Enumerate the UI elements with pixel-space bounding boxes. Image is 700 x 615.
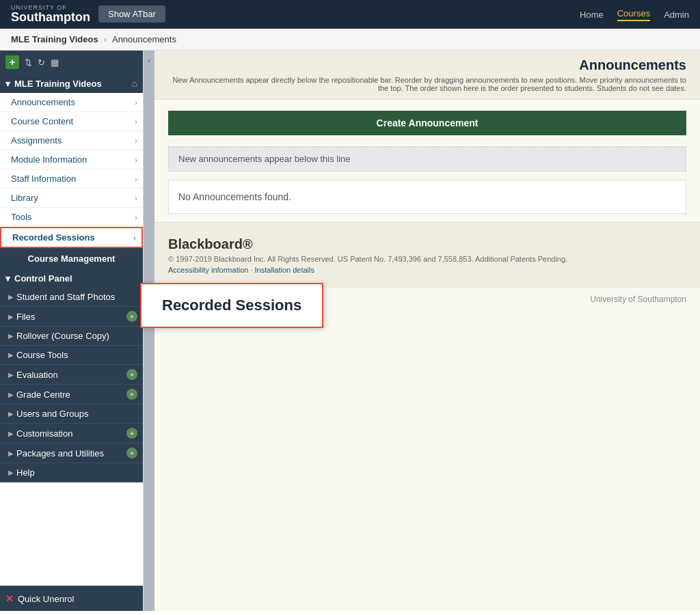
cp-item-packages[interactable]: ▶ Packages and Utilities + [0, 443, 143, 463]
footer-separator: · [250, 266, 252, 274]
nav-courses[interactable]: Courses [617, 8, 650, 21]
chevron-icon: › [135, 118, 137, 126]
blackboard-logo: Blackboard® [168, 236, 686, 252]
arrow-right-icon: ▶ [8, 351, 14, 359]
breadcrumb-page: Announcements [112, 34, 176, 44]
sidebar-toolbar: + ⇅ ↻ ▦ [0, 51, 143, 74]
quick-unenrol-label: Quick Unenrol [18, 594, 74, 604]
nav-left: UNIVERSITY OF Southampton Show ATbar [11, 4, 165, 25]
breadcrumb: MLE Training Videos › Announcements [0, 29, 700, 51]
announcements-line-text: New announcements appear below this line [178, 154, 351, 164]
chevron-icon: › [135, 137, 137, 145]
reorder-icon[interactable]: ⇅ [25, 57, 32, 68]
home-icon: ⌂ [132, 78, 137, 89]
sidebar-item-announcements[interactable]: Announcements › [0, 93, 143, 112]
plus-circle-icon: + [126, 448, 137, 459]
sidebar-item-staff-information[interactable]: Staff Information › [0, 169, 143, 189]
sidebar-item-module-information[interactable]: Module Information › [0, 150, 143, 169]
cp-item-evaluation[interactable]: ▶ Evaluation + [0, 365, 143, 385]
layout-icon[interactable]: ▦ [51, 57, 59, 68]
x-icon: ✕ [5, 593, 14, 604]
cp-item-student-photos[interactable]: ▶ Student and Staff Photos [0, 288, 143, 307]
cp-item-help[interactable]: ▶ Help [0, 463, 143, 482]
content-area: Announcements New Announcements appear d… [154, 51, 700, 611]
chevron-icon: › [135, 194, 137, 202]
cp-item-course-tools[interactable]: ▶ Course Tools [0, 346, 143, 365]
accessibility-link[interactable]: Accessibility information [168, 266, 248, 274]
arrow-right-icon: ▶ [8, 391, 14, 398]
arrow-right-icon: ▶ [8, 332, 14, 340]
course-section-header[interactable]: ▾ MLE Training Videos ⌂ [0, 74, 143, 93]
nav-admin[interactable]: Admin [664, 10, 689, 20]
arrow-right-icon: ▶ [8, 450, 14, 457]
sidebar: + ⇅ ↻ ▦ ▾ MLE Training Videos ⌂ Announce… [0, 51, 144, 611]
atbar-button[interactable]: Show ATbar [98, 5, 165, 23]
page-description: New Announcements appear directly below … [168, 76, 686, 92]
page-title: Announcements [168, 57, 686, 73]
nav-home[interactable]: Home [580, 10, 604, 20]
course-management-header: Course Management [0, 248, 143, 269]
sidebar-item-course-content[interactable]: Course Content › [0, 112, 143, 131]
arrow-right-icon: ▶ [8, 430, 14, 437]
cp-item-grade-centre[interactable]: ▶ Grade Centre + [0, 385, 143, 405]
logo-text: Southampton [11, 11, 90, 25]
cp-item-users-groups[interactable]: ▶ Users and Groups [0, 405, 143, 424]
sidebar-item-assignments[interactable]: Assignments › [0, 131, 143, 150]
recorded-sessions-popup-text: Recorded Sessions [162, 297, 301, 314]
no-announcements-message: No Announcements found. [168, 180, 686, 214]
announcements-line-bar: New announcements appear below this line [168, 146, 686, 172]
course-section-title: MLE Training Videos [14, 79, 102, 89]
plus-circle-icon: + [126, 369, 137, 380]
plus-circle-icon: + [126, 389, 137, 400]
sidebar-item-library[interactable]: Library › [0, 189, 143, 208]
footer-links: Accessibility information · Installation… [168, 266, 686, 274]
cp-item-customisation[interactable]: ▶ Customisation + [0, 424, 143, 443]
arrow-right-icon: ▶ [8, 469, 14, 476]
university-name: University of Southampton [590, 295, 686, 304]
plus-circle-icon: + [126, 428, 137, 439]
chevron-icon: › [133, 234, 136, 242]
arrow-right-icon: ▶ [8, 371, 14, 379]
arrow-down-icon: ▾ [5, 273, 10, 284]
sidebar-collapse-handle[interactable]: ‹ [144, 51, 154, 611]
footer-copyright: © 1997-2019 Blackboard Inc. All Rights R… [168, 255, 686, 263]
chevron-icon: › [135, 213, 137, 221]
sidebar-item-tools[interactable]: Tools › [0, 208, 143, 227]
arrow-right-icon: ▶ [8, 293, 14, 301]
add-item-button[interactable]: + [5, 55, 19, 69]
refresh-icon[interactable]: ↻ [38, 57, 45, 68]
cp-item-rollover[interactable]: ▶ Rollover (Course Copy) [0, 327, 143, 346]
plus-circle-icon: + [126, 311, 137, 322]
top-navigation: UNIVERSITY OF Southampton Show ATbar Hom… [0, 0, 700, 29]
arrow-right-icon: ▶ [8, 410, 14, 418]
installation-link[interactable]: Installation details [255, 266, 314, 274]
content-footer: Blackboard® © 1997-2019 Blackboard Inc. … [154, 222, 700, 288]
sidebar-item-recorded-sessions[interactable]: Recorded Sessions › [0, 227, 143, 248]
chevron-icon: › [135, 175, 137, 183]
chevron-icon: › [135, 156, 137, 164]
breadcrumb-course[interactable]: MLE Training Videos [11, 34, 98, 44]
nav-right: Home Courses Admin [580, 8, 689, 21]
quick-unenrol[interactable]: ✕ Quick Unenrol [0, 586, 143, 611]
chevron-icon: › [135, 98, 137, 107]
recorded-sessions-popup: Recorded Sessions [140, 283, 323, 328]
cp-item-files[interactable]: ▶ Files + [0, 307, 143, 327]
logo: UNIVERSITY OF Southampton [11, 4, 90, 25]
page-header: Announcements New Announcements appear d… [154, 51, 700, 100]
arrow-down-icon: ▾ [5, 79, 10, 89]
arrow-right-icon: ▶ [8, 313, 14, 320]
control-panel-header[interactable]: ▾ Control Panel [0, 269, 143, 288]
create-announcement-button[interactable]: Create Announcement [168, 111, 686, 135]
